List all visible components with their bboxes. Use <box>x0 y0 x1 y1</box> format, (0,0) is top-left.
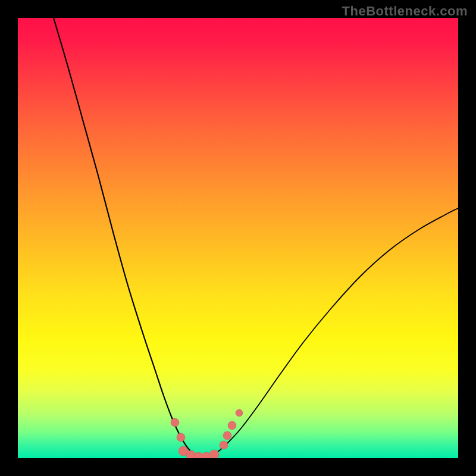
plot-area <box>18 18 458 458</box>
marker-point <box>228 421 236 430</box>
marker-point <box>223 431 231 440</box>
bottleneck-markers <box>171 409 243 458</box>
marker-point <box>220 441 228 449</box>
marker-point <box>177 433 185 441</box>
watermark-text: TheBottleneck.com <box>342 4 468 19</box>
right-curve <box>201 208 458 458</box>
marker-point <box>236 409 243 416</box>
left-curve <box>54 18 201 458</box>
curve-layer <box>18 18 458 458</box>
chart-stage: TheBottleneck.com <box>0 0 476 476</box>
marker-point <box>171 418 179 427</box>
marker-point <box>209 450 219 458</box>
